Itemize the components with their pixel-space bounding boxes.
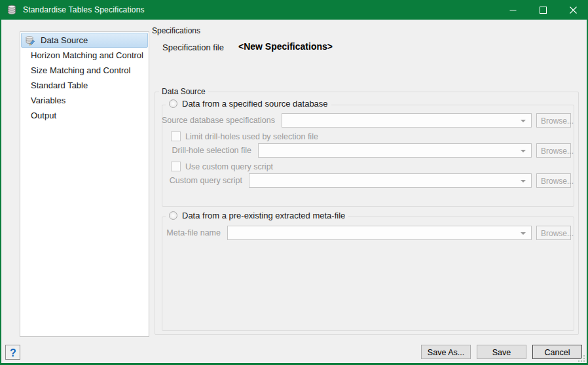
sidebar-item-label: Horizon Matching and Control	[31, 50, 143, 60]
sidebar-item-horizon-matching[interactable]: Horizon Matching and Control	[21, 48, 148, 63]
specification-file-value: <New Specifications>	[238, 41, 333, 52]
save-as-button[interactable]: Save As...	[421, 345, 471, 359]
custom-query-label: Custom query script	[170, 176, 242, 185]
sidebar-nav-list: Data Source Horizon Matching and Control…	[20, 31, 149, 337]
drillhole-file-label: Drill-hole selection file	[172, 146, 251, 155]
chevron-down-icon	[521, 120, 526, 122]
sidebar-item-output[interactable]: Output	[21, 108, 148, 123]
specifications-section-label: Specifications	[152, 26, 200, 35]
source-specs-combobox[interactable]	[282, 113, 532, 128]
sidebar-item-size-matching[interactable]: Size Matching and Control	[21, 63, 148, 78]
cancel-button[interactable]: Cancel	[532, 345, 582, 359]
sidebar-item-label: Size Matching and Control	[31, 65, 130, 75]
maximize-button[interactable]	[528, 0, 558, 20]
custom-query-checkbox-label: Use custom query script	[185, 162, 273, 171]
sidebar-item-label: Output	[31, 111, 56, 120]
sidebar-item-label: Variables	[31, 96, 65, 105]
browse-drillhole-file-button[interactable]: Browse...	[536, 143, 571, 158]
minimize-button[interactable]	[498, 0, 528, 20]
database-icon	[7, 5, 17, 15]
source-database-radio-label: Data from a specified source database	[182, 99, 328, 109]
meta-file-combobox[interactable]	[227, 226, 532, 240]
specification-file-label: Specification file	[162, 43, 224, 52]
custom-query-combobox[interactable]	[249, 173, 532, 188]
chevron-down-icon	[521, 180, 526, 182]
sidebar-item-label: Standard Table	[31, 80, 88, 90]
meta-file-radio[interactable]	[169, 211, 177, 220]
sidebar-item-label: Data Source	[41, 35, 88, 45]
sidebar-item-data-source[interactable]: Data Source	[21, 33, 148, 48]
browse-custom-query-button[interactable]: Browse...	[536, 173, 571, 188]
limit-drillholes-checkbox[interactable]	[171, 131, 181, 141]
source-specs-label: Source database specifications	[162, 116, 275, 125]
titlebar: Standardise Tables Specifications	[0, 0, 588, 20]
drillhole-file-combobox[interactable]	[258, 143, 532, 158]
window-title: Standardise Tables Specifications	[23, 5, 145, 14]
source-database-radio-group: Data from a specified source database So…	[162, 105, 574, 207]
dialog-body: Data Source Horizon Matching and Control…	[1, 20, 587, 363]
source-database-radio[interactable]	[169, 99, 177, 108]
browse-meta-file-button[interactable]: Browse...	[536, 226, 571, 240]
browse-source-specs-button[interactable]: Browse...	[536, 113, 571, 128]
limit-drillholes-checkbox-label: Limit drill-holes used by selection file	[185, 132, 318, 141]
dialog-window: Standardise Tables Specifications	[0, 0, 588, 365]
chevron-down-icon	[521, 150, 526, 152]
close-button[interactable]	[558, 0, 588, 20]
save-button[interactable]: Save	[477, 345, 526, 359]
sidebar-item-variables[interactable]: Variables	[21, 93, 148, 108]
chevron-down-icon	[521, 232, 526, 235]
sidebar-item-standard-table[interactable]: Standard Table	[21, 78, 148, 93]
help-button[interactable]: ?	[5, 345, 20, 360]
data-source-group-title: Data Source	[159, 87, 208, 96]
data-source-groupbox: Data Source Data from a specified source…	[155, 92, 579, 335]
meta-file-radio-group: Data from a pre-existing extracted meta-…	[162, 217, 574, 331]
meta-file-name-label: Meta-file name	[166, 228, 221, 237]
meta-file-radio-label: Data from a pre-existing extracted meta-…	[182, 211, 345, 220]
database-edit-icon	[25, 35, 35, 46]
custom-query-checkbox[interactable]	[171, 162, 181, 171]
resize-grip[interactable]	[578, 355, 585, 362]
